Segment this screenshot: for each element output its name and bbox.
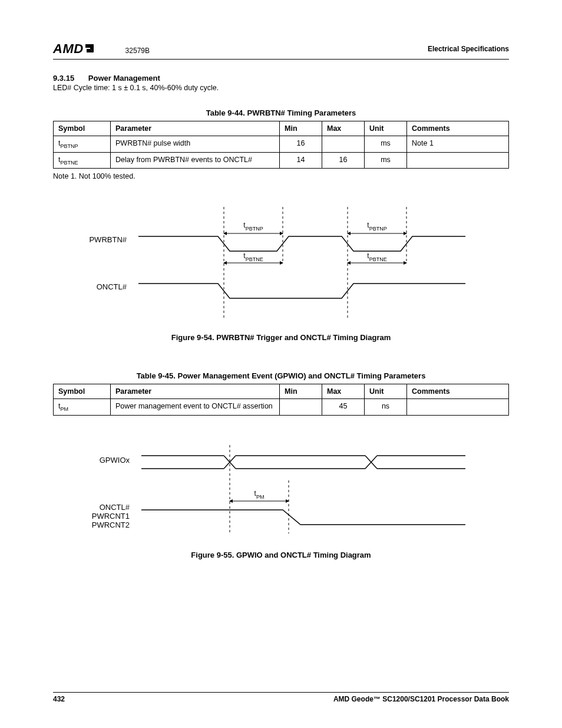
th-min: Min: [280, 121, 322, 136]
cell-min: [280, 399, 322, 416]
th-parameter: Parameter: [111, 384, 280, 399]
th-comments: Comments: [407, 121, 509, 136]
fig54-sigB: ONCTL#: [97, 282, 127, 291]
page-header: AMD 32579B Electrical Specifications: [53, 41, 509, 60]
th-symbol: Symbol: [54, 121, 111, 136]
cell-symbol: tPBTNE: [54, 152, 111, 169]
figure-55-diagram: GPWIOx ONCTL# PWRCNT1 PWRCNT2 tPM: [53, 439, 509, 541]
table-44: Symbol Parameter Min Max Unit Comments t…: [53, 121, 509, 169]
section-body: LED# Cycle time: 1 s ± 0.1 s, 40%-60% du…: [53, 84, 509, 92]
table-45-caption: Table 9-45. Power Management Event (GPWI…: [53, 371, 509, 380]
svg-text:tPBTNP: tPBTNP: [243, 221, 263, 232]
section-heading: 9.3.15 Power Management: [53, 74, 509, 83]
cell-symbol: tPBTNP: [54, 136, 111, 153]
fig55-sigB2: PWRCNT1: [92, 512, 130, 521]
page-number: 432: [53, 695, 65, 703]
table-header-row: Symbol Parameter Min Max Unit Comments: [54, 384, 509, 399]
document-page: AMD 32579B Electrical Specifications 9.3…: [0, 0, 562, 728]
section-title: Power Management: [88, 74, 160, 83]
svg-text:tPBTNP: tPBTNP: [367, 221, 386, 232]
th-max: Max: [322, 121, 365, 136]
cell-comments: [407, 152, 509, 169]
cell-unit: ms: [365, 152, 407, 169]
svg-text:tPM: tPM: [254, 489, 265, 500]
cell-comments: Note 1: [407, 136, 509, 153]
svg-text:tPBTNE: tPBTNE: [367, 252, 386, 262]
section-number: 9.3.15: [53, 74, 74, 83]
svg-text:tPBTNE: tPBTNE: [243, 252, 263, 262]
fig55-sigB1: ONCTL#: [100, 503, 130, 512]
th-min: Min: [280, 384, 322, 399]
th-max: Max: [322, 384, 365, 399]
table-row: tPM Power management event to ONCTL# ass…: [54, 399, 509, 416]
cell-param: Power management event to ONCTL# asserti…: [111, 399, 280, 416]
cell-param: PWRBTN# pulse width: [111, 136, 280, 153]
cell-max: 45: [322, 399, 365, 416]
cell-max: 16: [322, 152, 365, 169]
amd-arrow-icon: [84, 42, 96, 57]
cell-unit: ms: [365, 136, 407, 153]
table-44-note: Note 1. Not 100% tested.: [53, 172, 509, 180]
cell-param: Delay from PWRBTN# events to ONCTL#: [111, 152, 280, 169]
page-footer: 432 AMD Geode™ SC1200/SC1201 Processor D…: [53, 692, 509, 703]
th-comments: Comments: [407, 384, 509, 399]
cell-max: [322, 136, 365, 153]
th-unit: Unit: [365, 121, 407, 136]
th-parameter: Parameter: [111, 121, 280, 136]
doc-number: 32579B: [125, 47, 150, 55]
table-45: Symbol Parameter Min Max Unit Comments t…: [53, 384, 509, 416]
cell-min: 16: [280, 136, 322, 153]
fig55-sigB3: PWRCNT2: [92, 521, 130, 529]
fig54-sigA: PWRBTN#: [89, 235, 127, 244]
header-section-title: Electrical Specifications: [428, 45, 509, 53]
figure-54-diagram: PWRBTN# ONCTL# tPBTNP tPBTNP tPBTNE tPBT…: [53, 204, 509, 324]
table-header-row: Symbol Parameter Min Max Unit Comments: [54, 121, 509, 136]
table-row: tPBTNP PWRBTN# pulse width 16 ms Note 1: [54, 136, 509, 153]
table-44-caption: Table 9-44. PWRBTN# Timing Parameters: [53, 108, 509, 117]
figure-54-caption: Figure 9-54. PWRBTN# Trigger and ONCTL# …: [53, 333, 509, 342]
th-symbol: Symbol: [54, 384, 111, 399]
cell-unit: ns: [365, 399, 407, 416]
cell-min: 14: [280, 152, 322, 169]
fig55-sigA: GPWIOx: [100, 456, 130, 465]
cell-symbol: tPM: [54, 399, 111, 416]
figure-55-caption: Figure 9-55. GPWIO and ONCTL# Timing Dia…: [53, 551, 509, 559]
cell-comments: [407, 399, 509, 416]
book-title: AMD Geode™ SC1200/SC1201 Processor Data …: [333, 695, 509, 703]
table-row: tPBTNE Delay from PWRBTN# events to ONCT…: [54, 152, 509, 169]
th-unit: Unit: [365, 384, 407, 399]
amd-logo: AMD: [53, 41, 96, 57]
